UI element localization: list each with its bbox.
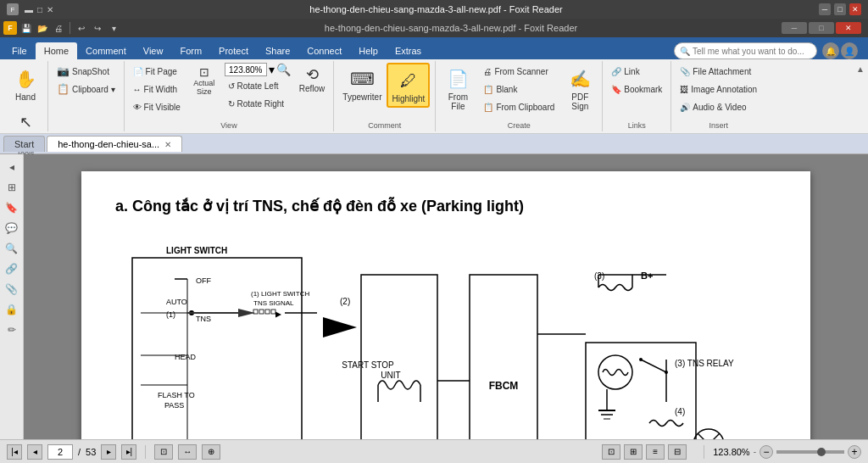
minimize-button[interactable]: ─ bbox=[819, 3, 831, 15]
notification-icon[interactable]: 🔔 bbox=[822, 42, 839, 59]
quick-access-bar: F 💾 📂 🖨 ↩ ↪ ▾ he-thong-den-chieu-sang-ma… bbox=[0, 19, 868, 37]
link-panel-button[interactable]: 🔗 bbox=[3, 259, 21, 278]
prev-page-button[interactable]: ◂ bbox=[27, 444, 42, 460]
window-restore[interactable]: □ bbox=[809, 22, 834, 34]
tab-file[interactable]: File bbox=[3, 42, 36, 59]
highlight-button[interactable]: 🖊 Highlight bbox=[387, 63, 430, 108]
panel-toggle-button[interactable]: ◂ bbox=[3, 158, 21, 176]
tab-comment[interactable]: Comment bbox=[77, 42, 135, 59]
tab-close-icon[interactable]: ✕ bbox=[164, 140, 171, 149]
tab-home[interactable]: Home bbox=[36, 42, 77, 59]
tab-document[interactable]: he-thong-den-chieu-sa... ✕ bbox=[47, 136, 182, 152]
snapshot-button[interactable]: 📷 SnapShot bbox=[53, 63, 119, 80]
zoom-slider-thumb[interactable] bbox=[817, 448, 826, 456]
fit-width-button-bottom[interactable]: ↔ bbox=[178, 444, 197, 460]
ribbon-tab-bar: File Home Comment View Form Protect Shar… bbox=[0, 37, 868, 59]
tab-form[interactable]: Form bbox=[171, 42, 210, 59]
user-avatar[interactable]: 👤 bbox=[841, 42, 858, 59]
link-button[interactable]: 🔗 Link bbox=[608, 63, 665, 80]
page-thumbnail-button[interactable]: ⊞ bbox=[3, 178, 21, 197]
title-bar: F ▬ □ ✕ he-thong-den-chieu-sang-mazda-3-… bbox=[0, 0, 868, 19]
pdf-sign-button[interactable]: ✍ PDFSign bbox=[563, 63, 597, 114]
security-panel-button[interactable]: 🔒 bbox=[3, 300, 21, 319]
svg-text:TNS SIGNAL: TNS SIGNAL bbox=[253, 299, 294, 307]
fit-visible-button[interactable]: 👁 Fit Visible bbox=[130, 98, 184, 115]
ribbon-collapse-button[interactable]: ▲ bbox=[856, 64, 865, 74]
actual-size-button[interactable]: ⊡ ActualSize bbox=[189, 63, 220, 98]
view-mode-2-button[interactable]: ⊞ bbox=[624, 444, 643, 460]
zoom-dropdown-icon[interactable]: ▾ bbox=[269, 63, 275, 76]
view-mode-4-button[interactable]: ⊟ bbox=[668, 444, 687, 460]
rotate-right-button[interactable]: ↻ Rotate Right bbox=[225, 95, 291, 112]
current-page-input[interactable] bbox=[47, 444, 73, 460]
window-minimize[interactable]: ─ bbox=[782, 22, 807, 34]
tab-help[interactable]: Help bbox=[350, 42, 387, 59]
from-scanner-button[interactable]: 🖨 From Scanner bbox=[480, 63, 558, 80]
bookmark-panel-button[interactable]: 🔖 bbox=[3, 198, 21, 217]
svg-rect-24 bbox=[259, 310, 264, 314]
close-button[interactable]: ✕ bbox=[849, 3, 861, 15]
audio-video-button[interactable]: 🔊 Audio & Video bbox=[676, 98, 760, 115]
qa-customize-button[interactable]: ▾ bbox=[107, 21, 120, 35]
bookmark-button[interactable]: 🔖 Bookmark bbox=[608, 81, 665, 98]
attach-panel-button[interactable]: 📎 bbox=[3, 280, 21, 298]
highlight-icon: 🖊 bbox=[395, 67, 422, 94]
tab-start[interactable]: Start bbox=[3, 136, 45, 152]
qa-redo-button[interactable]: ↪ bbox=[91, 21, 104, 35]
from-file-button[interactable]: 📄 FromFile bbox=[441, 63, 475, 114]
qa-open-button[interactable]: 📂 bbox=[36, 21, 49, 35]
fit-width-button[interactable]: ↔ Fit Width bbox=[130, 81, 184, 98]
last-page-button[interactable]: ▸| bbox=[121, 444, 136, 460]
search-panel-button[interactable]: 🔍 bbox=[3, 239, 21, 258]
svg-text:START STOP: START STOP bbox=[342, 360, 394, 370]
window-close[interactable]: ✕ bbox=[836, 22, 861, 34]
pdf-viewer-area[interactable]: a. Công tắc ở vị trí TNS, chế độ đèn đỗ … bbox=[24, 154, 868, 439]
view-mode-3-button[interactable]: ≡ bbox=[646, 444, 665, 460]
clipboard-button[interactable]: 📋 Clipboard ▾ bbox=[53, 81, 119, 98]
fit-page-button-bottom[interactable]: ⊡ bbox=[154, 444, 173, 460]
ribbon-search-input[interactable] bbox=[693, 47, 811, 56]
fit-page-button[interactable]: 📄 Fit Page bbox=[130, 63, 184, 80]
actual-size-label: ActualSize bbox=[193, 79, 214, 96]
from-file-icon: 📄 bbox=[444, 65, 471, 92]
ribbon-group-snapshot: 📷 SnapShot 📋 Clipboard ▾ bbox=[48, 61, 125, 131]
comment-panel-button[interactable]: 💬 bbox=[3, 219, 21, 237]
svg-rect-45 bbox=[586, 343, 696, 439]
first-page-button[interactable]: |◂ bbox=[7, 444, 22, 460]
circuit-diagram: LIGHT SWITCH OFF AUTO (1) TNS HEAD FLASH… bbox=[115, 232, 776, 439]
fit-custom-button-bottom[interactable]: ⊕ bbox=[202, 444, 220, 460]
tab-extras[interactable]: Extras bbox=[387, 42, 430, 59]
typewriter-button[interactable]: ⌨ Typewriter bbox=[339, 63, 385, 104]
maximize-button[interactable]: □ bbox=[834, 3, 846, 15]
zoom-slider[interactable] bbox=[776, 450, 844, 454]
links-group-label: Links bbox=[628, 121, 646, 130]
qa-print-button[interactable]: 🖨 bbox=[52, 21, 65, 35]
view-group-label: View bbox=[220, 121, 236, 130]
qa-undo-button[interactable]: ↩ bbox=[75, 21, 88, 35]
blank-button[interactable]: 📋 Blank bbox=[480, 81, 558, 98]
zoom-magnify-icon[interactable]: 🔍 bbox=[276, 63, 291, 76]
rotate-left-button[interactable]: ↺ Rotate Left bbox=[225, 77, 291, 94]
from-clipboard-button[interactable]: 📋 From Clipboard bbox=[480, 98, 558, 115]
file-attachment-button[interactable]: 📎 File Attachment bbox=[676, 63, 760, 80]
app-icon[interactable]: F bbox=[3, 21, 17, 35]
svg-text:UNIT: UNIT bbox=[381, 371, 400, 380]
svg-text:TNS: TNS bbox=[196, 315, 211, 323]
pdf-page: a. Công tắc ở vị trí TNS, chế độ đèn đỗ … bbox=[81, 171, 810, 439]
hand-tool-button[interactable]: ✋ Hand bbox=[8, 63, 42, 104]
ribbon-group-create: 📄 FromFile 🖨 From Scanner 📋 Blank 📋 From… bbox=[436, 61, 603, 131]
zoom-input[interactable] bbox=[225, 63, 267, 76]
tab-view[interactable]: View bbox=[135, 42, 172, 59]
view-mode-1-button[interactable]: ⊡ bbox=[602, 444, 620, 460]
zoom-out-button[interactable]: − bbox=[760, 445, 773, 459]
zoom-in-button[interactable]: + bbox=[848, 445, 861, 459]
svg-text:FLASH TO: FLASH TO bbox=[158, 391, 195, 399]
tab-share[interactable]: Share bbox=[257, 42, 298, 59]
image-annotation-button[interactable]: 🖼 Image Annotation bbox=[676, 81, 760, 98]
tab-protect[interactable]: Protect bbox=[210, 42, 257, 59]
edit-panel-button[interactable]: ✏ bbox=[3, 321, 21, 339]
next-page-button[interactable]: ▸ bbox=[101, 444, 116, 460]
tab-connect[interactable]: Connect bbox=[298, 42, 350, 59]
qa-save-button[interactable]: 💾 bbox=[19, 21, 33, 35]
reflow-button[interactable]: ⟲ Reflow bbox=[296, 63, 329, 96]
